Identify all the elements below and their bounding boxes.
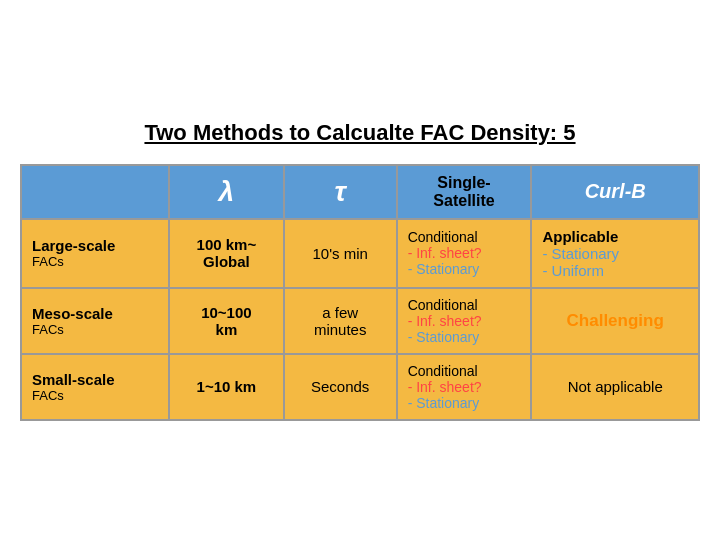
table-row-small: Small-scale FACs 1~10 km Seconds Conditi…: [21, 354, 699, 420]
header-satellite-cell: Single- Satellite: [397, 165, 532, 219]
meso-scale-sub: FACs: [32, 322, 158, 337]
small-scale-result: Not applicable: [531, 354, 699, 420]
small-scale-label: Small-scale FACs: [21, 354, 169, 420]
cond-line2: - Inf. sheet?: [408, 245, 482, 261]
lambda-symbol: λ: [219, 176, 235, 207]
table-header-row: λ τ Single- Satellite Curl-B: [21, 165, 699, 219]
fac-density-table: λ τ Single- Satellite Curl-B Large-scale…: [20, 164, 700, 421]
satellite-line2: Satellite: [433, 192, 494, 209]
large-scale-sub: FACs: [32, 254, 158, 269]
meso-scale-label: Meso-scale FACs: [21, 288, 169, 354]
tau-symbol: τ: [334, 176, 345, 207]
meso-scale-tau: a few minutes: [284, 288, 397, 354]
page-title: Two Methods to Calcualte FAC Density: 5: [144, 120, 575, 146]
small-cond-line2: - Inf. sheet?: [408, 379, 482, 395]
large-scale-lambda: 100 km~ Global: [169, 219, 284, 288]
result-line3: - Uniform: [542, 262, 604, 279]
large-scale-main: Large-scale: [32, 237, 115, 254]
small-cond-line3: - Stationary: [408, 395, 480, 411]
large-scale-tau: 10's min: [284, 219, 397, 288]
cond-line1: Conditional: [408, 229, 478, 245]
small-scale-main: Small-scale: [32, 371, 115, 388]
satellite-line1: Single-: [437, 174, 490, 191]
large-scale-conditional: Conditional - Inf. sheet? - Stationary: [397, 219, 532, 288]
result-line2: - Stationary: [542, 245, 619, 262]
meso-cond-line3: - Stationary: [408, 329, 480, 345]
meso-scale-result: Challenging: [531, 288, 699, 354]
table-row-large: Large-scale FACs 100 km~ Global 10's min…: [21, 219, 699, 288]
meso-scale-conditional: Conditional - Inf. sheet? - Stationary: [397, 288, 532, 354]
meso-cond-line2: - Inf. sheet?: [408, 313, 482, 329]
meso-scale-main: Meso-scale: [32, 305, 113, 322]
table-row-meso: Meso-scale FACs 10~100 km a few minutes …: [21, 288, 699, 354]
small-scale-tau: Seconds: [284, 354, 397, 420]
meso-cond-line1: Conditional: [408, 297, 478, 313]
cond-line3: - Stationary: [408, 261, 480, 277]
meso-scale-lambda: 10~100 km: [169, 288, 284, 354]
small-scale-sub: FACs: [32, 388, 158, 403]
small-scale-lambda: 1~10 km: [169, 354, 284, 420]
header-lambda-cell: λ: [169, 165, 284, 219]
large-scale-result: Applicable - Stationary - Uniform: [531, 219, 699, 288]
header-tau-cell: τ: [284, 165, 397, 219]
result-line1: Applicable: [542, 228, 618, 245]
small-scale-conditional: Conditional - Inf. sheet? - Stationary: [397, 354, 532, 420]
header-curlb-cell: Curl-B: [531, 165, 699, 219]
large-scale-label: Large-scale FACs: [21, 219, 169, 288]
small-cond-line1: Conditional: [408, 363, 478, 379]
header-empty-cell: [21, 165, 169, 219]
